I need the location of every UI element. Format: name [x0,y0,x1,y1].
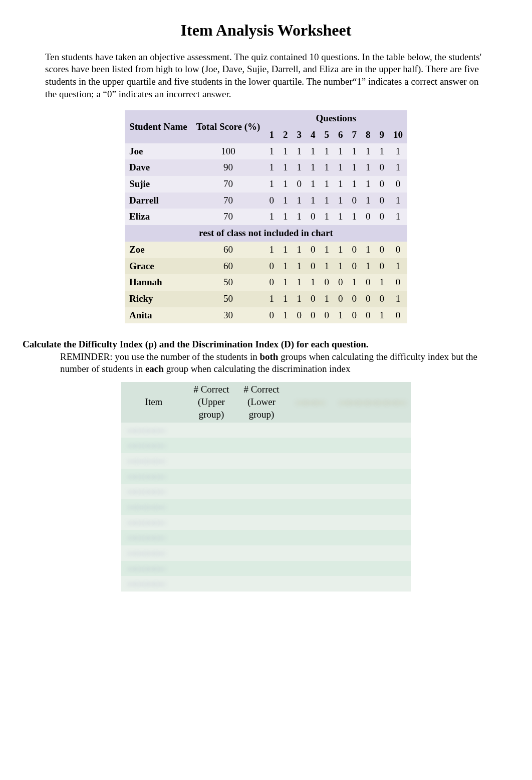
answer-cell: 1 [389,209,407,225]
th-q4: 4 [306,127,320,143]
th-student-name: Student Name [125,110,192,143]
answer-cell: 0 [334,291,348,307]
answer-cell: 1 [361,258,375,275]
answer-cell: 0 [375,159,389,176]
index-cell [186,530,236,545]
answer-cell: 0 [306,291,320,307]
index-cell [186,453,236,469]
th-q6: 6 [334,127,348,143]
student-name: Zoe [125,242,192,258]
index-row: ———— [121,484,411,499]
answer-cell: 1 [279,143,293,160]
answer-cell: 1 [306,176,320,192]
index-cell [287,484,334,499]
index-cell: ———— [121,515,186,530]
index-cell [334,515,411,530]
table-row: Hannah500111001010 [125,274,407,291]
answer-cell: 1 [361,176,375,192]
student-name: Joe [125,143,192,160]
answer-cell: 0 [292,307,306,324]
answer-cell: 0 [306,307,320,324]
index-table: Item # Correct (Upper group) # Correct (… [121,382,411,592]
index-row: ———— [121,545,411,561]
answer-cell: 1 [264,209,279,225]
index-cell [287,561,334,576]
index-cell [186,515,236,530]
answer-cell: 0 [320,307,334,324]
answer-cell: 0 [347,192,361,209]
th-q8: 8 [361,127,375,143]
answer-cell: 0 [375,291,389,307]
index-cell [334,576,411,592]
answer-cell: 0 [389,307,407,324]
answer-cell: 1 [264,176,279,192]
student-name: Sujie [125,176,192,192]
student-name: Grace [125,258,192,275]
answer-cell: 0 [264,192,279,209]
index-cell: ———— [121,561,186,576]
student-score: 60 [192,242,265,258]
index-cell [287,576,334,592]
answer-cell: 1 [389,143,407,160]
index-cell [334,453,411,469]
student-score: 70 [192,176,265,192]
index-cell [334,561,411,576]
answer-cell: 1 [375,307,389,324]
th-total-score: Total Score (%) [192,110,265,143]
index-row: ———— [121,530,411,545]
answer-cell: 1 [361,159,375,176]
answer-cell: 0 [347,258,361,275]
answer-cell: 1 [320,209,334,225]
index-cell [186,499,236,515]
answer-cell: 1 [306,143,320,160]
answer-cell: 1 [334,209,348,225]
index-cell: ———— [121,545,186,561]
answer-cell: 1 [389,192,407,209]
index-row: ———— [121,561,411,576]
answer-cell: 1 [279,242,293,258]
answer-cell: 1 [279,291,293,307]
index-cell [186,576,236,592]
index-cell [186,469,236,484]
th-q9: 9 [375,127,389,143]
answer-cell: 0 [361,209,375,225]
answer-cell: 1 [320,176,334,192]
table-row: Dave901111111101 [125,159,407,176]
answer-cell: 1 [361,242,375,258]
index-row: ———— [121,423,411,438]
th-q10: 10 [389,127,407,143]
index-cell [186,545,236,561]
table-row: Grace600110110101 [125,258,407,275]
index-cell [236,423,287,438]
index-cell [334,469,411,484]
answer-cell: 1 [292,159,306,176]
th-q5: 5 [320,127,334,143]
th-correct-lower: # Correct (Lower group) [236,382,287,422]
answer-cell: 1 [320,159,334,176]
index-cell [236,438,287,453]
answer-cell: 1 [306,192,320,209]
th-questions: Questions [264,110,407,127]
answer-cell: 1 [320,192,334,209]
student-score: 70 [192,209,265,225]
index-cell [287,499,334,515]
index-cell: ———— [121,530,186,545]
reminder-text: REMINDER: you use the number of the stud… [60,351,487,375]
index-cell [334,499,411,515]
student-name: Darrell [125,192,192,209]
answer-cell: 0 [264,307,279,324]
student-score: 100 [192,143,265,160]
table-row: Darrell700111110101 [125,192,407,209]
th-q7: 7 [347,127,361,143]
answer-cell: 1 [306,274,320,291]
scores-table: Student Name Total Score (%) Questions 1… [125,110,407,323]
answer-cell: 1 [292,143,306,160]
index-cell [334,438,411,453]
index-cell: ———— [121,438,186,453]
answer-cell: 1 [279,258,293,275]
index-cell [236,515,287,530]
answer-cell: 1 [347,274,361,291]
th-correct-upper: # Correct (Upper group) [186,382,236,422]
th-item: Item [121,382,186,422]
index-cell [287,530,334,545]
